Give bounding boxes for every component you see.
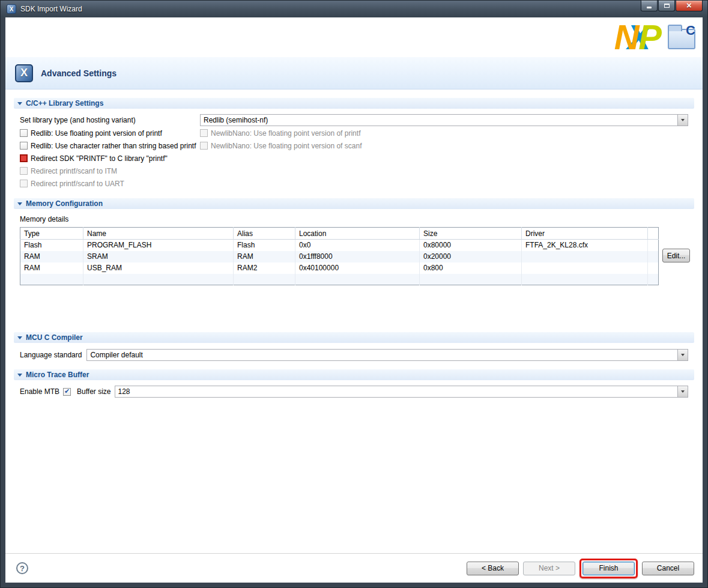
folder-letter: C: [686, 23, 695, 38]
close-button[interactable]: ×: [676, 1, 703, 11]
window-controls: ×: [640, 1, 703, 11]
chevron-down-icon[interactable]: [677, 115, 688, 126]
checkbox-box[interactable]: [200, 142, 208, 150]
memory-details-label: Memory details: [20, 215, 694, 223]
cell-size: 0x800: [420, 262, 522, 274]
cell-alias: Flash: [234, 240, 295, 251]
cell-name: PROGRAM_FLASH: [83, 240, 234, 251]
mcuxpresso-icon: X: [15, 64, 33, 82]
column-header-size: Size: [420, 228, 522, 240]
sdk-import-wizard-window: X SDK Import Wizard × NXP C X Advanced S…: [0, 0, 708, 588]
client-area: NXP C X Advanced Settings C/C++ Library …: [5, 17, 703, 583]
checkbox-redlib-char-printf[interactable]: Redlib: Use character rather than string…: [20, 142, 200, 150]
checkbox-box[interactable]: [20, 180, 28, 187]
table-row[interactable]: RAM SRAM RAM 0x1fff8000 0x20000: [20, 251, 659, 262]
cell-type: RAM: [20, 262, 83, 274]
section-memory-configuration-header[interactable]: Memory Configuration: [14, 198, 694, 209]
mcu-compiler-body: Language standard Compiler default: [20, 348, 688, 361]
checkbox-label: Redirect SDK "PRINTF" to C library "prin…: [31, 154, 168, 163]
checkbox-redlib-float-printf[interactable]: Redlib: Use floating point version of pr…: [20, 129, 200, 138]
section-library-settings-header[interactable]: C/C++ Library Settings: [14, 98, 694, 109]
cell-blank: [648, 251, 659, 262]
column-header-driver: Driver: [522, 228, 648, 240]
checkbox-newlibnano-float-printf[interactable]: NewlibNano: Use floating point version o…: [200, 129, 688, 138]
chevron-down-icon[interactable]: [677, 386, 688, 397]
buffer-size-dropdown[interactable]: 128: [115, 386, 688, 398]
edit-button[interactable]: Edit...: [662, 249, 690, 262]
checkbox-redirect-sdk-printf[interactable]: Redirect SDK "PRINTF" to C library "prin…: [20, 154, 200, 163]
cell-location: 0x0: [295, 240, 420, 251]
column-header-location: Location: [295, 228, 420, 240]
buffer-size-label: Buffer size: [77, 387, 110, 396]
collapse-arrow-icon: [17, 374, 22, 377]
checkbox-label: NewlibNano: Use floating point version o…: [211, 129, 360, 138]
checkbox-label: Redlib: Use character rather than string…: [31, 142, 196, 150]
finish-highlight-annotation: Finish: [579, 559, 638, 578]
cell-location: 0x1fff8000: [295, 251, 420, 262]
language-standard-label: Language standard: [20, 351, 82, 359]
enable-mtb-label: Enable MTB: [20, 387, 59, 396]
nxp-logo: NXP: [614, 20, 662, 55]
cell-name: SRAM: [83, 251, 234, 262]
cell-driver: FTFA_2K_KL28.cfx: [522, 240, 648, 251]
cell-type: Flash: [20, 240, 83, 251]
cancel-button[interactable]: Cancel: [642, 562, 694, 575]
cell-size: 0x80000: [420, 240, 522, 251]
checkbox-box[interactable]: [200, 129, 208, 137]
checkbox-redirect-uart[interactable]: Redirect printf/scanf to UART: [20, 180, 200, 188]
memory-table: Type Name Alias Location Size Driver Fla…: [20, 227, 659, 285]
cell-type: RAM: [20, 251, 83, 262]
collapse-arrow-icon: [17, 102, 22, 105]
app-header: NXP C: [5, 17, 703, 57]
buffer-size-value: 128: [115, 387, 677, 396]
button-bar: ? < Back Next > Finish Cancel: [5, 553, 703, 583]
window-title: SDK Import Wizard: [20, 5, 82, 13]
checkbox-label: Redirect printf/scanf to UART: [31, 180, 124, 188]
wizard-banner: X Advanced Settings: [5, 57, 703, 89]
chevron-glyph: [681, 390, 685, 393]
checkbox-box[interactable]: [20, 129, 28, 137]
library-type-value: Redlib (semihost-nf): [201, 116, 677, 124]
finish-button[interactable]: Finish: [582, 562, 635, 575]
back-button[interactable]: < Back: [467, 562, 519, 575]
cell-alias: RAM2: [234, 262, 295, 274]
cell-blank: [648, 262, 659, 274]
cell-name: USB_RAM: [83, 262, 234, 274]
nxp-letter-p: P: [638, 20, 662, 55]
titlebar: X SDK Import Wizard ×: [1, 1, 707, 17]
chevron-glyph: [681, 354, 685, 356]
library-type-label: Set library type (and hosting variant): [20, 116, 200, 124]
cell-blank: [648, 240, 659, 251]
micro-trace-buffer-body: Enable MTB Buffer size 128: [20, 385, 688, 398]
library-type-dropdown[interactable]: Redlib (semihost-nf): [200, 114, 688, 126]
checkbox-label: Redlib: Use floating point version of pr…: [31, 129, 162, 138]
checkbox-box[interactable]: [20, 167, 28, 175]
section-title: C/C++ Library Settings: [26, 99, 103, 108]
checkbox-newlibnano-float-scanf[interactable]: NewlibNano: Use floating point version o…: [200, 142, 688, 150]
table-header-row: Type Name Alias Location Size Driver: [20, 228, 659, 240]
section-title: Micro Trace Buffer: [26, 371, 89, 379]
checkbox-box[interactable]: [20, 142, 28, 150]
section-mcu-compiler-header[interactable]: MCU C Compiler: [14, 332, 694, 343]
cell-driver: [522, 262, 648, 274]
memory-configuration-body: Type Name Alias Location Size Driver Fla…: [20, 227, 688, 285]
minimize-button[interactable]: [641, 1, 658, 11]
enable-mtb-checkbox[interactable]: [63, 388, 71, 396]
section-title: Memory Configuration: [26, 199, 103, 208]
cell-driver: [522, 251, 648, 262]
section-micro-trace-buffer-header[interactable]: Micro Trace Buffer: [14, 369, 694, 380]
help-button[interactable]: ?: [16, 562, 28, 574]
next-button[interactable]: Next >: [523, 562, 575, 575]
maximize-icon: [664, 4, 670, 8]
chevron-down-icon[interactable]: [677, 350, 688, 360]
table-row[interactable]: Flash PROGRAM_FLASH Flash 0x0 0x80000 FT…: [20, 240, 659, 251]
checkbox-box-highlighted[interactable]: [20, 154, 28, 162]
maximize-button[interactable]: [658, 1, 675, 11]
collapse-arrow-icon: [17, 202, 22, 205]
checkbox-label: NewlibNano: Use floating point version o…: [211, 142, 362, 150]
wizard-content: C/C++ Library Settings Set library type …: [5, 89, 703, 553]
nxp-letter-n: N: [614, 20, 640, 55]
language-standard-dropdown[interactable]: Compiler default: [86, 349, 688, 361]
table-row[interactable]: RAM USB_RAM RAM2 0x40100000 0x800: [20, 262, 659, 274]
checkbox-redirect-itm[interactable]: Redirect printf/scanf to ITM: [20, 167, 200, 175]
